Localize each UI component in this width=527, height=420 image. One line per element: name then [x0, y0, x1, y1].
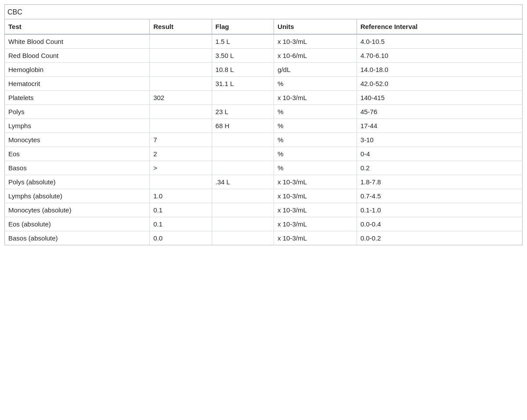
cell-test: Eos — [5, 147, 150, 161]
cell-result: 0.1 — [150, 203, 212, 217]
table-row: Hemoglobin10.8 Lg/dL14.0-18.0 — [5, 63, 523, 77]
cell-flag — [212, 231, 274, 245]
table-header-row: Test Result Flag Units Reference Interva… — [5, 19, 523, 35]
table-row: Platelets302x 10-3/mL140-415 — [5, 91, 523, 105]
cell-flag — [212, 217, 274, 231]
cell-units: x 10-3/mL — [274, 91, 357, 105]
cell-test: Polys (absolute) — [5, 175, 150, 189]
cell-result: 302 — [150, 91, 212, 105]
cell-reference: 0-4 — [357, 147, 522, 161]
cell-units: x 10-6/mL — [274, 49, 357, 63]
table-row: Lymphs (absolute)1.0x 10-3/mL0.7-4.5 — [5, 189, 523, 203]
cell-test: Hematocrit — [5, 77, 150, 91]
cell-test: Basos (absolute) — [5, 231, 150, 245]
cell-result — [150, 63, 212, 77]
cell-result — [150, 105, 212, 119]
cell-flag: 23 L — [212, 105, 274, 119]
cell-flag — [212, 189, 274, 203]
cell-test: White Blood Count — [5, 34, 150, 49]
cell-result — [150, 34, 212, 49]
page-wrapper: CBC Test Result Flag Units Reference Int… — [0, 0, 527, 420]
cell-units: % — [274, 77, 357, 91]
cell-test: Lymphs (absolute) — [5, 189, 150, 203]
cell-units: g/dL — [274, 63, 357, 77]
table-row: Monocytes7%3-10 — [5, 133, 523, 147]
cell-reference: 0.0-0.4 — [357, 217, 522, 231]
cell-test: Monocytes — [5, 133, 150, 147]
cell-reference: 0.1-1.0 — [357, 203, 522, 217]
cell-flag: 68 H — [212, 119, 274, 133]
header-flag: Flag — [212, 19, 274, 35]
table-row: Red Blood Count3.50 Lx 10-6/mL4.70-6.10 — [5, 49, 523, 63]
cell-test: Lymphs — [5, 119, 150, 133]
cell-reference: 1.8-7.8 — [357, 175, 522, 189]
header-reference: Reference Interval — [357, 19, 522, 35]
table-row: Eos (absolute)0.1x 10-3/mL0.0-0.4 — [5, 217, 523, 231]
cell-flag — [212, 91, 274, 105]
cell-flag — [212, 161, 274, 175]
cell-reference: 42.0-52.0 — [357, 77, 522, 91]
cell-test: Hemoglobin — [5, 63, 150, 77]
section-title: CBC — [4, 4, 523, 19]
cell-units: x 10-3/mL — [274, 231, 357, 245]
cell-test: Platelets — [5, 91, 150, 105]
cell-reference: 4.70-6.10 — [357, 49, 522, 63]
cell-test: Eos (absolute) — [5, 217, 150, 231]
table-row: Basos>%0.2 — [5, 161, 523, 175]
cell-flag: 1.5 L — [212, 34, 274, 49]
cell-result: > — [150, 161, 212, 175]
cell-reference: 4.0-10.5 — [357, 34, 522, 49]
cell-result — [150, 49, 212, 63]
cell-reference: 17-44 — [357, 119, 522, 133]
cell-test: Red Blood Count — [5, 49, 150, 63]
cell-flag: .34 L — [212, 175, 274, 189]
cell-reference: 140-415 — [357, 91, 522, 105]
cell-units: x 10-3/mL — [274, 175, 357, 189]
cell-result: 2 — [150, 147, 212, 161]
header-units: Units — [274, 19, 357, 35]
cell-test: Polys — [5, 105, 150, 119]
table-row: White Blood Count1.5 Lx 10-3/mL4.0-10.5 — [5, 34, 523, 49]
cell-reference: 3-10 — [357, 133, 522, 147]
table-row: Lymphs68 H%17-44 — [5, 119, 523, 133]
cell-reference: 0.7-4.5 — [357, 189, 522, 203]
cell-test: Basos — [5, 161, 150, 175]
cell-flag — [212, 203, 274, 217]
cell-result: 1.0 — [150, 189, 212, 203]
cell-units: % — [274, 119, 357, 133]
table-row: Hematocrit31.1 L%42.0-52.0 — [5, 77, 523, 91]
table-row: Basos (absolute)0.0x 10-3/mL0.0-0.2 — [5, 231, 523, 245]
cell-test: Monocytes (absolute) — [5, 203, 150, 217]
cbc-table: Test Result Flag Units Reference Interva… — [4, 19, 523, 245]
header-test: Test — [5, 19, 150, 35]
header-result: Result — [150, 19, 212, 35]
table-row: Polys23 L%45-76 — [5, 105, 523, 119]
cell-result: 0.1 — [150, 217, 212, 231]
cell-result: 0.0 — [150, 231, 212, 245]
cell-flag: 10.8 L — [212, 63, 274, 77]
cell-units: % — [274, 147, 357, 161]
cell-units: x 10-3/mL — [274, 189, 357, 203]
table-row: Eos2%0-4 — [5, 147, 523, 161]
cell-result — [150, 77, 212, 91]
table-row: Polys (absolute).34 Lx 10-3/mL1.8-7.8 — [5, 175, 523, 189]
cell-units: % — [274, 105, 357, 119]
cell-result: 7 — [150, 133, 212, 147]
cell-units: x 10-3/mL — [274, 34, 357, 49]
table-row: Monocytes (absolute)0.1x 10-3/mL0.1-1.0 — [5, 203, 523, 217]
cell-result — [150, 119, 212, 133]
cell-result — [150, 175, 212, 189]
cell-units: x 10-3/mL — [274, 203, 357, 217]
cell-units: % — [274, 133, 357, 147]
cell-reference: 0.2 — [357, 161, 522, 175]
cell-flag: 3.50 L — [212, 49, 274, 63]
cell-reference: 14.0-18.0 — [357, 63, 522, 77]
cell-flag — [212, 147, 274, 161]
cell-reference: 0.0-0.2 — [357, 231, 522, 245]
cell-units: % — [274, 161, 357, 175]
cell-flag — [212, 133, 274, 147]
cell-reference: 45-76 — [357, 105, 522, 119]
cell-units: x 10-3/mL — [274, 217, 357, 231]
cell-flag: 31.1 L — [212, 77, 274, 91]
